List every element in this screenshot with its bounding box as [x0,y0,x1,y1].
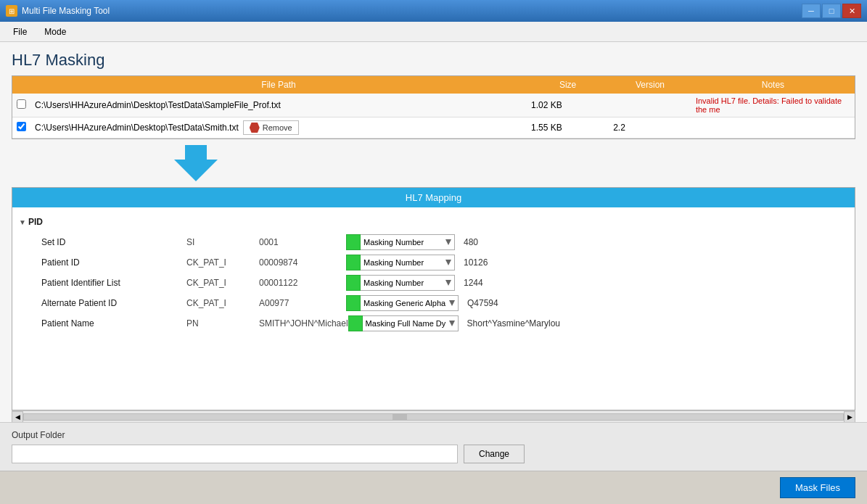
output-folder-label: Output Folder [12,430,855,440]
row1-size: 1.02 KB [527,94,609,117]
minimize-button[interactable]: ─ [802,4,821,18]
title-bar-left: ⊞ Multi File Masking Tool [6,5,110,17]
mask-area-1: Masking Number 10126 [346,255,850,270]
mask-select-1[interactable]: Masking Number [361,255,455,270]
remove-icon [250,123,260,133]
row2-size: 1.55 KB [527,117,609,139]
file-table-container: File Path Size Version Notes C:\Users\HH… [12,75,855,139]
row1-checkbox[interactable] [17,99,26,109]
col-size: Size [527,76,609,94]
mask-result-4: Short^Yasmine^Marylou [467,318,560,329]
menu-bar: File Mode [0,22,867,42]
mask-color-1 [346,255,361,270]
tree-row-patname: Patient Name PN SMITH^JOHN^Michael Maski… [12,313,855,334]
mask-result-0: 480 [464,237,478,247]
tree-collapse-icon[interactable]: ▼ [17,216,28,228]
scroll-left-btn[interactable]: ◀ [12,411,23,423]
row-label-1: Patient ID [41,257,186,268]
mask-area-2: Masking Number 1244 [346,275,850,291]
main-content: HL7 Masking File Path Size Version Notes [0,42,867,504]
tree-row-setid: Set ID SI 0001 Masking Number 480 [12,232,855,252]
remove-label: Remove [263,123,292,132]
mask-color-4 [348,315,363,331]
tree-row-patid: Patient ID CK_PAT_I 00009874 Masking Num… [12,252,855,273]
down-arrow-icon [174,145,218,181]
row-type-3: CK_PAT_I [186,298,259,308]
title-bar: ⊞ Multi File Masking Tool ─ □ ✕ [0,0,867,22]
mask-area-4: Masking Full Name Dy Short^Yasmine^Maryl… [348,315,850,331]
row-type-2: CK_PAT_I [186,278,259,288]
output-folder-row: Change [12,445,855,463]
table-row: C:\Users\HHAzureAdmin\Desktop\TestData\S… [12,117,855,139]
scroll-thumb[interactable] [393,414,407,420]
mask-dropdown-0: Masking Number [346,234,455,250]
row2-path: C:\Users\HHAzureAdmin\Desktop\TestData\S… [30,117,527,139]
remove-button[interactable]: Remove [243,120,299,135]
row2-checkbox[interactable] [17,122,26,131]
mask-result-2: 1244 [464,278,483,288]
row2-notes [691,117,855,139]
mapping-tree: ▼ PID Set ID SI 0001 Masking Number [12,207,855,410]
window-title: Multi File Masking Tool [22,6,110,16]
row-value-2: 00001122 [259,278,346,288]
tree-root-row: ▼ PID [12,212,855,232]
tree-expand-icon-0 [30,236,41,248]
pid-label: PID [28,217,43,227]
row-type-1: CK_PAT_I [186,257,259,268]
close-button[interactable]: ✕ [842,4,861,18]
mask-dropdown-4: Masking Full Name Dy [348,315,459,331]
mask-color-2 [346,275,361,291]
row2-filepath-text: C:\Users\HHAzureAdmin\Desktop\TestData\S… [35,123,239,133]
mapping-panel: HL7 Mapping ▼ PID Set ID SI 0001 [12,187,855,410]
mask-result-3: Q47594 [467,298,498,308]
tree-expand-icon-4 [30,318,41,329]
tree-row-patidlist: Patient Identifier List CK_PAT_I 0000112… [12,273,855,293]
maximize-button[interactable]: □ [822,4,841,18]
col-version: Version [609,76,691,94]
window-controls: ─ □ ✕ [802,4,861,18]
change-button[interactable]: Change [464,445,525,463]
row-type-4: PN [186,318,259,329]
file-table: File Path Size Version Notes C:\Users\HH… [12,76,855,139]
mask-result-1: 10126 [464,257,488,268]
page-title: HL7 Masking [0,42,867,75]
mask-files-button[interactable]: Mask Files [780,477,855,498]
row1-version [609,94,691,117]
row-label-2: Patient Identifier List [41,278,186,288]
col-filepath: File Path [30,76,527,94]
row-value-3: A00977 [259,298,346,308]
output-folder-input[interactable] [12,445,458,463]
mask-color-3 [346,295,361,311]
mask-dropdown-2: Masking Number [346,275,455,291]
row-label-0: Set ID [41,237,186,247]
menu-file[interactable]: File [6,24,34,40]
menu-mode[interactable]: Mode [37,24,73,40]
col-notes: Notes [691,76,855,94]
row-label-3: Alternate Patient ID [41,298,186,308]
mask-area-3: Masking Generic Alpha Q47594 [346,295,850,311]
scroll-right-btn[interactable]: ▶ [844,411,855,423]
row2-version: 2.2 [609,117,691,139]
app-icon: ⊞ [6,5,17,17]
mask-select-2[interactable]: Masking Number [361,275,455,291]
mask-select-3[interactable]: Masking Generic Alpha [361,295,459,311]
scroll-track[interactable] [23,413,844,421]
mapping-body: ▼ PID Set ID SI 0001 Masking Number [12,207,855,410]
tree-expand-icon-3 [30,297,41,309]
footer-bar: Mask Files [0,471,867,504]
row1-checkbox-cell [12,94,30,117]
row-label-4: Patient Name [41,318,186,329]
row-value-1: 00009874 [259,257,346,268]
mask-dropdown-1: Masking Number [346,255,455,270]
mask-area-0: Masking Number 480 [346,234,850,250]
row-value-0: 0001 [259,237,346,247]
row1-notes: Invalid HL7 file. Details: Failed to val… [691,94,855,117]
row2-checkbox-cell [12,117,30,139]
mask-dropdown-3: Masking Generic Alpha [346,295,459,311]
tree-expand-icon-1 [30,257,41,268]
tree-row-altpatid: Alternate Patient ID CK_PAT_I A00977 Mas… [12,293,855,313]
table-row: C:\Users\HHAzureAdmin\Desktop\TestData\S… [12,94,855,117]
mask-select-0[interactable]: Masking Number [361,234,455,250]
mask-color-0 [346,234,361,250]
mask-select-4[interactable]: Masking Full Name Dy [363,315,459,331]
